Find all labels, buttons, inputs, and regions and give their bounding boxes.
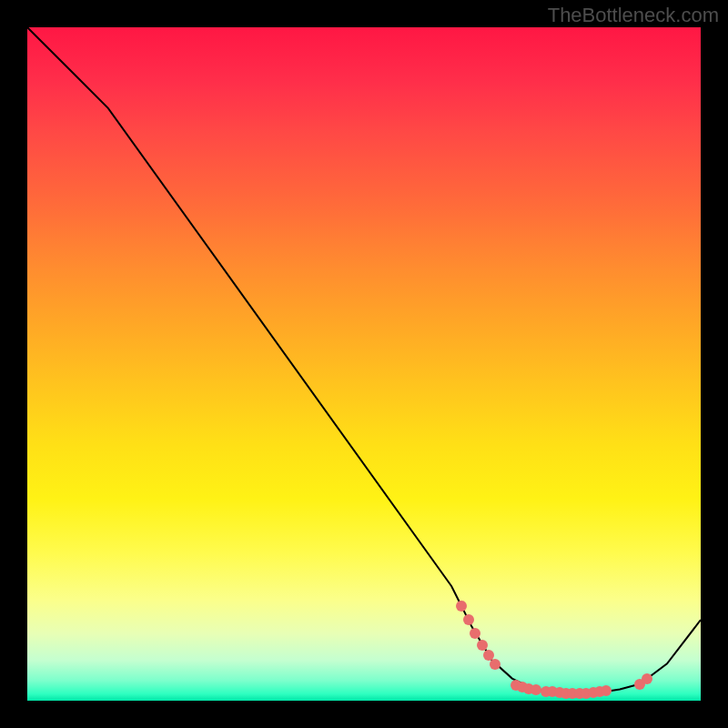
attribution-text: TheBottleneck.com <box>548 4 719 27</box>
data-dot <box>463 614 474 625</box>
data-dots-layer <box>27 27 701 701</box>
data-dot <box>456 601 467 612</box>
data-dot <box>601 685 612 696</box>
data-dot <box>642 673 652 684</box>
data-dot <box>477 640 488 651</box>
data-dot <box>470 628 480 639</box>
plot-area <box>27 27 701 701</box>
data-dot <box>490 659 500 670</box>
